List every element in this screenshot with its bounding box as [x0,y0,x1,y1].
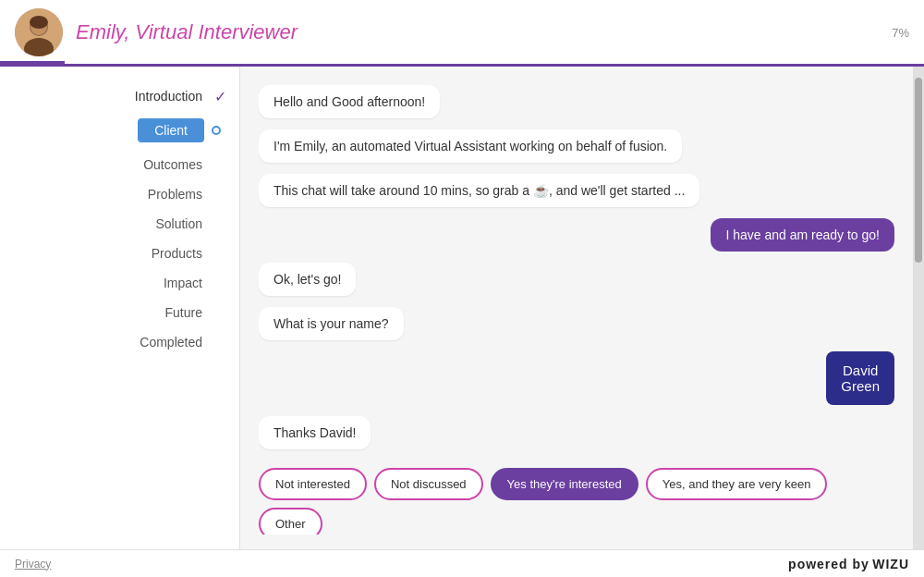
avatar [15,8,63,56]
option-not-interested[interactable]: Not interested [259,468,367,500]
sidebar-item-future[interactable]: Future [0,298,239,327]
chat-message: What is your name? [259,307,404,340]
scroll-track[interactable] [913,67,924,549]
chat-message: Ok, let's go! [259,263,356,296]
chat-message: Hello and Good afternoon! [259,85,440,118]
progress-text: 7% [892,25,909,39]
options-row: Not interested Not discussed Yes they're… [259,468,894,534]
sidebar-item-completed[interactable]: Completed [0,327,239,357]
sidebar-item-client[interactable]: Client [0,111,239,150]
check-icon: ✓ [214,88,226,105]
chat-message: This chat will take around 10 mins, so g… [259,174,699,207]
privacy-link[interactable]: Privacy [15,558,51,571]
sidebar-item-label: Outcomes [143,157,202,172]
sidebar-item-label: Completed [140,335,202,350]
option-yes-very-keen[interactable]: Yes, and they are very keen [646,468,828,500]
user-name-bubble: David Green [826,351,894,405]
sidebar-item-solution[interactable]: Solution [0,209,239,239]
powered-by: powered by WIZU [788,557,909,571]
sidebar-item-label: Introduction [135,89,202,104]
chat-area: Hello and Good afternoon! I'm Emily, an … [240,67,913,549]
sidebar: Introduction ✓ Client Outcomes Problems … [0,67,240,549]
chat-message-user: I have and am ready to go! [711,218,894,252]
client-active-btn[interactable]: Client [138,118,204,142]
footer: Privacy powered by WIZU [0,549,924,577]
brand-name: WIZU [872,557,909,571]
sidebar-item-label: Solution [155,216,202,231]
chat-message: I'm Emily, an automated Virtual Assistan… [259,129,682,163]
progress-bar [0,61,65,64]
sidebar-item-label: Problems [148,187,202,202]
option-other[interactable]: Other [259,508,322,534]
sidebar-item-label: Products [152,246,202,261]
header-title: Emily, Virtual Interviewer [76,20,298,44]
scroll-thumb[interactable] [915,78,922,263]
client-dot [212,126,221,135]
sidebar-item-label: Impact [164,276,202,290]
sidebar-item-label: Future [165,305,202,320]
svg-point-4 [30,16,48,29]
header: Emily, Virtual Interviewer 7% [0,0,924,67]
sidebar-item-impact[interactable]: Impact [0,268,239,298]
chat-message: Thanks David! [259,416,371,449]
main-layout: Introduction ✓ Client Outcomes Problems … [0,67,924,549]
option-yes-interested[interactable]: Yes they're interested [491,468,638,500]
sidebar-item-problems[interactable]: Problems [0,179,239,209]
sidebar-item-introduction[interactable]: Introduction ✓ [0,81,239,111]
sidebar-item-products[interactable]: Products [0,239,239,268]
sidebar-item-outcomes[interactable]: Outcomes [0,150,239,179]
option-not-discussed[interactable]: Not discussed [374,468,483,500]
chat-scroll: Hello and Good afternoon! I'm Emily, an … [259,85,894,534]
